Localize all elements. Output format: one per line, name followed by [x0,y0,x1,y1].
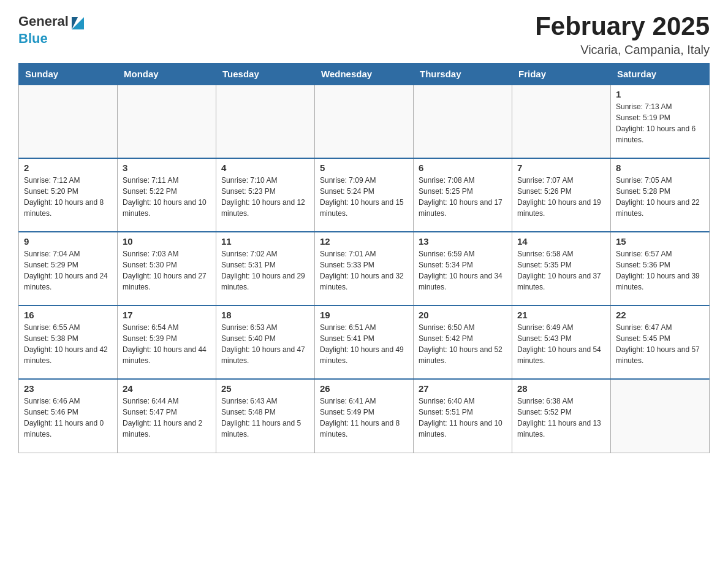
page-header: General Blue February 2025 Vicaria, Camp… [18,12,710,57]
logo-icon [69,12,87,31]
calendar-week-2: 2Sunrise: 7:12 AMSunset: 5:20 PMDaylight… [19,158,710,232]
calendar-cell: 23Sunrise: 6:46 AMSunset: 5:46 PMDayligh… [19,379,118,453]
day-info: Sunrise: 7:11 AMSunset: 5:22 PMDaylight:… [123,175,211,219]
calendar-cell: 9Sunrise: 7:04 AMSunset: 5:29 PMDaylight… [19,232,118,305]
day-info: Sunrise: 6:47 AMSunset: 5:45 PMDaylight:… [616,322,704,366]
calendar-table: SundayMondayTuesdayWednesdayThursdayFrid… [18,63,710,453]
logo-general-text: General [18,13,69,29]
calendar-cell: 19Sunrise: 6:51 AMSunset: 5:41 PMDayligh… [315,305,414,379]
title-section: February 2025 Vicaria, Campania, Italy [535,12,710,57]
day-number: 20 [419,310,507,320]
weekday-header-sunday: Sunday [19,64,118,85]
day-number: 17 [123,310,211,320]
day-info: Sunrise: 6:40 AMSunset: 5:51 PMDaylight:… [419,396,507,440]
day-number: 2 [24,163,112,173]
day-number: 13 [419,236,507,247]
calendar-cell: 11Sunrise: 7:02 AMSunset: 5:31 PMDayligh… [216,232,315,305]
day-number: 12 [320,236,408,247]
calendar-cell [414,85,512,158]
calendar-cell [118,85,216,158]
calendar-cell: 15Sunrise: 6:57 AMSunset: 5:36 PMDayligh… [611,232,710,305]
calendar-cell: 7Sunrise: 7:07 AMSunset: 5:26 PMDaylight… [512,158,611,232]
day-number: 6 [419,163,507,173]
day-number: 21 [517,310,605,320]
day-info: Sunrise: 6:46 AMSunset: 5:46 PMDaylight:… [24,396,112,440]
day-number: 10 [123,236,211,247]
calendar-cell [315,85,414,158]
calendar-header: SundayMondayTuesdayWednesdayThursdayFrid… [19,64,710,85]
calendar-cell: 28Sunrise: 6:38 AMSunset: 5:52 PMDayligh… [512,379,611,453]
calendar-week-1: 1Sunrise: 7:13 AMSunset: 5:19 PMDaylight… [19,85,710,158]
day-info: Sunrise: 7:08 AMSunset: 5:25 PMDaylight:… [419,175,507,219]
calendar-cell [611,379,710,453]
day-info: Sunrise: 7:12 AMSunset: 5:20 PMDaylight:… [24,175,112,219]
day-info: Sunrise: 6:59 AMSunset: 5:34 PMDaylight:… [419,248,507,293]
day-number: 15 [616,236,704,247]
day-info: Sunrise: 7:09 AMSunset: 5:24 PMDaylight:… [320,175,408,219]
day-info: Sunrise: 6:55 AMSunset: 5:38 PMDaylight:… [24,322,112,366]
calendar-cell: 3Sunrise: 7:11 AMSunset: 5:22 PMDaylight… [118,158,216,232]
day-info: Sunrise: 6:38 AMSunset: 5:52 PMDaylight:… [517,396,605,440]
day-number: 19 [320,310,408,320]
day-info: Sunrise: 7:07 AMSunset: 5:26 PMDaylight:… [517,175,605,219]
day-info: Sunrise: 6:57 AMSunset: 5:36 PMDaylight:… [616,248,704,293]
day-info: Sunrise: 7:05 AMSunset: 5:28 PMDaylight:… [616,175,704,219]
day-number: 18 [221,310,309,320]
calendar-cell: 16Sunrise: 6:55 AMSunset: 5:38 PMDayligh… [19,305,118,379]
day-number: 1 [616,89,704,99]
day-info: Sunrise: 7:01 AMSunset: 5:33 PMDaylight:… [320,248,408,293]
day-info: Sunrise: 6:41 AMSunset: 5:49 PMDaylight:… [320,396,408,440]
calendar-cell: 24Sunrise: 6:44 AMSunset: 5:47 PMDayligh… [118,379,216,453]
day-info: Sunrise: 7:10 AMSunset: 5:23 PMDaylight:… [221,175,309,219]
day-info: Sunrise: 6:58 AMSunset: 5:35 PMDaylight:… [517,248,605,293]
day-number: 7 [517,163,605,173]
calendar-cell: 25Sunrise: 6:43 AMSunset: 5:48 PMDayligh… [216,379,315,453]
day-number: 22 [616,310,704,320]
weekday-header-saturday: Saturday [611,64,710,85]
day-info: Sunrise: 6:51 AMSunset: 5:41 PMDaylight:… [320,322,408,366]
day-number: 27 [419,383,507,394]
calendar-cell: 6Sunrise: 7:08 AMSunset: 5:25 PMDaylight… [414,158,512,232]
weekday-header-tuesday: Tuesday [216,64,315,85]
day-info: Sunrise: 6:53 AMSunset: 5:40 PMDaylight:… [221,322,309,366]
calendar-cell: 20Sunrise: 6:50 AMSunset: 5:42 PMDayligh… [414,305,512,379]
day-info: Sunrise: 7:13 AMSunset: 5:19 PMDaylight:… [616,101,704,145]
day-info: Sunrise: 7:02 AMSunset: 5:31 PMDaylight:… [221,248,309,293]
calendar-cell: 22Sunrise: 6:47 AMSunset: 5:45 PMDayligh… [611,305,710,379]
day-info: Sunrise: 7:03 AMSunset: 5:30 PMDaylight:… [123,248,211,293]
day-number: 28 [517,383,605,394]
day-info: Sunrise: 6:49 AMSunset: 5:43 PMDaylight:… [517,322,605,366]
day-number: 9 [24,236,112,247]
calendar-week-5: 23Sunrise: 6:46 AMSunset: 5:46 PMDayligh… [19,379,710,453]
calendar-week-3: 9Sunrise: 7:04 AMSunset: 5:29 PMDaylight… [19,232,710,305]
location-text: Vicaria, Campania, Italy [535,43,710,57]
calendar-cell: 17Sunrise: 6:54 AMSunset: 5:39 PMDayligh… [118,305,216,379]
day-info: Sunrise: 6:54 AMSunset: 5:39 PMDaylight:… [123,322,211,366]
calendar-cell: 1Sunrise: 7:13 AMSunset: 5:19 PMDaylight… [611,85,710,158]
day-number: 3 [123,163,211,173]
weekday-header-monday: Monday [118,64,216,85]
day-number: 5 [320,163,408,173]
calendar-week-4: 16Sunrise: 6:55 AMSunset: 5:38 PMDayligh… [19,305,710,379]
day-number: 8 [616,163,704,173]
calendar-cell: 26Sunrise: 6:41 AMSunset: 5:49 PMDayligh… [315,379,414,453]
weekday-header-wednesday: Wednesday [315,64,414,85]
day-number: 11 [221,236,309,247]
logo: General Blue [18,12,87,47]
day-info: Sunrise: 6:50 AMSunset: 5:42 PMDaylight:… [419,322,507,366]
calendar-cell: 27Sunrise: 6:40 AMSunset: 5:51 PMDayligh… [414,379,512,453]
calendar-cell: 10Sunrise: 7:03 AMSunset: 5:30 PMDayligh… [118,232,216,305]
calendar-cell [216,85,315,158]
weekday-header-thursday: Thursday [414,64,512,85]
day-number: 16 [24,310,112,320]
calendar-cell: 5Sunrise: 7:09 AMSunset: 5:24 PMDaylight… [315,158,414,232]
calendar-cell: 21Sunrise: 6:49 AMSunset: 5:43 PMDayligh… [512,305,611,379]
calendar-cell: 8Sunrise: 7:05 AMSunset: 5:28 PMDaylight… [611,158,710,232]
calendar-body: 1Sunrise: 7:13 AMSunset: 5:19 PMDaylight… [19,85,710,453]
logo-blue-text: Blue [18,31,48,46]
calendar-cell: 18Sunrise: 6:53 AMSunset: 5:40 PMDayligh… [216,305,315,379]
month-title: February 2025 [535,12,710,40]
day-number: 24 [123,383,211,394]
weekday-header-friday: Friday [512,64,611,85]
calendar-cell [512,85,611,158]
